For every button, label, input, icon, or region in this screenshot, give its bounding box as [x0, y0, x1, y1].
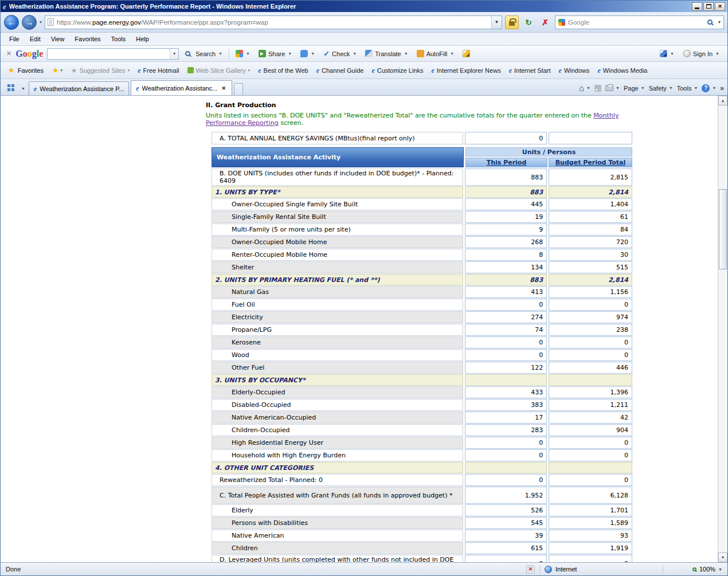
tab-2[interactable]: eWeatherization Assistanc...✕ — [131, 80, 232, 95]
row-this-period-value[interactable]: 445 — [465, 198, 547, 210]
row-this-period-value[interactable]: 8 — [465, 249, 547, 261]
tab-list-dropdown[interactable]: ▼ — [19, 87, 27, 91]
menu-view[interactable]: View — [46, 34, 70, 44]
row-budget-total-value[interactable]: 0 — [549, 349, 632, 361]
row-this-period-value[interactable]: 268 — [465, 236, 547, 248]
toolbar-pen-button[interactable]: ▼ — [657, 48, 676, 59]
row-budget-total-value[interactable]: 2,815 — [549, 169, 632, 186]
menu-favorites[interactable]: Favorites — [69, 34, 105, 44]
row-budget-total-value[interactable]: 84 — [549, 224, 632, 236]
address-dropdown-button[interactable]: ▼ — [491, 16, 502, 29]
toolbar-overflow-button[interactable]: » — [720, 84, 724, 92]
row-budget-total-value[interactable]: 0 — [549, 299, 632, 311]
row-budget-total-value[interactable]: 1,404 — [549, 198, 632, 210]
highlighter-button[interactable] — [460, 48, 472, 59]
row-this-period-value[interactable]: 383 — [465, 399, 547, 411]
feeds-button[interactable] — [594, 85, 601, 92]
row-this-period-value[interactable]: 283 — [465, 424, 547, 436]
gadgets-button[interactable]: ▼ — [233, 48, 252, 59]
security-alert-icon[interactable]: ✕ — [526, 565, 535, 574]
row-budget-total-value[interactable]: 238 — [549, 324, 632, 336]
back-button[interactable]: ← — [4, 15, 19, 30]
row-budget-total-value[interactable]: 720 — [549, 236, 632, 248]
row-budget-total-value[interactable]: 0 — [549, 474, 632, 486]
row-budget-total-value[interactable]: 904 — [549, 424, 632, 436]
google-search-history-dropdown[interactable]: ▼ — [170, 49, 178, 59]
row-this-period-value[interactable]: 545 — [465, 517, 547, 529]
row-budget-total-value[interactable]: 42 — [549, 412, 632, 424]
refresh-button[interactable]: ↻ — [522, 15, 535, 29]
zoom-dropdown[interactable]: ▼ — [718, 567, 722, 571]
search-options-dropdown[interactable]: ▾ — [718, 19, 721, 25]
row-budget-total-value[interactable]: 30 — [549, 249, 632, 261]
tab-1[interactable]: eWeatherization Assistance P... — [29, 81, 129, 95]
scrollbar-track[interactable] — [718, 105, 727, 553]
translate-button[interactable]: Translate ▼ — [363, 48, 410, 59]
close-tab-button[interactable]: ✕ — [220, 85, 227, 92]
security-zone[interactable]: Internet — [545, 566, 608, 573]
menu-tools[interactable]: Tools — [106, 34, 131, 44]
row-this-period-value[interactable]: 39 — [465, 530, 547, 542]
row-budget-total-value[interactable]: 1,156 — [549, 286, 632, 298]
row-this-period-value[interactable]: 0 — [465, 449, 547, 461]
restore-button[interactable] — [703, 2, 714, 11]
row-budget-total-value[interactable]: 974 — [549, 311, 632, 323]
add-to-favorites-button[interactable]: ★ + — [49, 64, 66, 76]
share-button[interactable]: Share ▼ — [256, 48, 294, 59]
row-budget-total-value[interactable]: 1,589 — [549, 517, 632, 529]
favorites-item-internet-start[interactable]: eInternet Start — [506, 65, 554, 76]
google-search-button[interactable]: Search ▼ — [183, 49, 225, 59]
favorites-button[interactable]: ★ Favorites — [4, 64, 48, 76]
row-budget-total-value[interactable]: 61 — [549, 211, 632, 223]
this-period-column-header[interactable]: This Period — [465, 158, 547, 167]
row-this-period-value[interactable]: 0 — [465, 299, 547, 311]
row-this-period-value[interactable]: 19 — [465, 211, 547, 223]
row-this-period-value[interactable]: 74 — [465, 324, 547, 336]
safety-menu-button[interactable]: Safety ▼ — [649, 85, 673, 92]
search-input[interactable] — [568, 19, 704, 26]
budget-period-total-column-header[interactable]: Budget Period Total — [549, 158, 632, 167]
row-this-period-value[interactable]: 0 — [465, 336, 547, 348]
favorites-item-channel-guide[interactable]: eChannel Guide — [313, 65, 367, 76]
row-this-period-value[interactable]: 615 — [465, 542, 547, 554]
row-this-period-value[interactable]: 1,952 — [465, 487, 547, 504]
autofill-button[interactable]: AutoFill ▼ — [414, 48, 457, 59]
help-button[interactable]: ? ▼ — [702, 84, 716, 92]
zoom-control[interactable]: 100% ▼ — [668, 566, 722, 573]
row-budget-total-value[interactable]: 0 — [549, 449, 632, 461]
row-this-period-value[interactable]: 883 — [465, 169, 547, 186]
row-this-period-value[interactable]: 0 — [465, 474, 547, 486]
row-this-period-value[interactable]: 0 — [465, 555, 547, 562]
page-menu-button[interactable]: Page ▼ — [624, 85, 645, 92]
forward-button[interactable]: → — [22, 15, 37, 30]
row-budget-total-value[interactable]: 1,701 — [549, 504, 632, 516]
row-this-period-value[interactable]: 134 — [465, 261, 547, 273]
favorites-item-best-of-the-web[interactable]: eBest of the Web — [255, 65, 311, 76]
row-budget-total-value[interactable]: 0 — [549, 437, 632, 449]
energy-savings-this-period-input[interactable]: 0 — [465, 132, 547, 144]
tools-menu-button[interactable]: Tools ▼ — [677, 85, 698, 92]
row-this-period-value[interactable]: 526 — [465, 504, 547, 516]
row-budget-total-value[interactable]: 0 — [549, 336, 632, 348]
scroll-up-button[interactable]: ▲ — [718, 96, 727, 105]
recent-pages-dropdown[interactable]: ▾ — [40, 19, 42, 25]
row-budget-total-value[interactable]: 446 — [549, 362, 632, 374]
minimize-button[interactable] — [692, 2, 702, 11]
security-report-button[interactable] — [505, 15, 519, 29]
home-button[interactable]: ⌂ ▼ — [579, 84, 590, 92]
quick-tabs-button[interactable] — [4, 81, 18, 94]
menu-edit[interactable]: Edit — [25, 34, 46, 44]
row-budget-total-value[interactable]: 0 — [549, 555, 632, 562]
row-budget-total-value[interactable]: 93 — [549, 530, 632, 542]
row-this-period-value[interactable]: 274 — [465, 311, 547, 323]
row-this-period-value[interactable]: 0 — [465, 349, 547, 361]
row-budget-total-value[interactable]: 1,919 — [549, 542, 632, 554]
favorites-item-free-hotmail[interactable]: eFree Hotmail — [134, 65, 182, 76]
row-this-period-value[interactable]: 9 — [465, 224, 547, 236]
sidewiki-button[interactable]: ▼ — [298, 48, 317, 59]
row-this-period-value[interactable]: 433 — [465, 386, 547, 398]
favorites-item-suggested-sites[interactable]: Suggested Sites▾ — [68, 65, 133, 76]
row-budget-total-value[interactable]: 515 — [549, 261, 632, 273]
address-input[interactable]: https://www.page.energy.gov/WAP/Performa… — [45, 15, 502, 29]
energy-savings-budget-total-input[interactable] — [549, 132, 632, 144]
